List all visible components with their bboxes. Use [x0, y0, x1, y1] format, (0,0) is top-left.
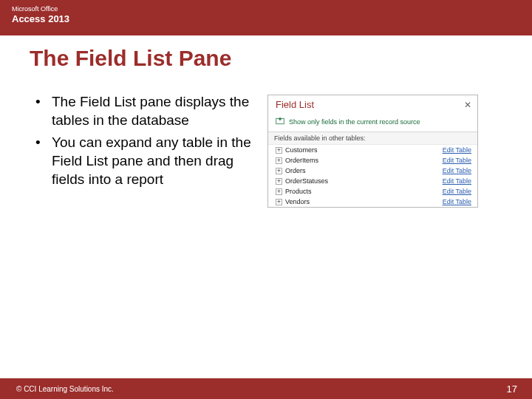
table-row[interactable]: + OrderStatuses Edit Table: [268, 176, 477, 186]
field-list-pane: Field List ✕ Show only fields in the cur…: [267, 95, 478, 208]
expand-icon[interactable]: +: [276, 178, 282, 185]
add-field-icon: [276, 117, 284, 127]
table-name: Vendors: [285, 198, 310, 205]
page-number: 17: [507, 383, 517, 395]
expand-icon[interactable]: +: [276, 157, 282, 164]
table-row[interactable]: + Vendors Edit Table: [268, 197, 477, 207]
table-row[interactable]: + OrderItems Edit Table: [268, 155, 477, 166]
table-row[interactable]: + Products Edit Table: [268, 186, 477, 197]
field-list-title: Field List: [276, 99, 314, 110]
edit-table-link[interactable]: Edit Table: [443, 188, 471, 195]
edit-table-link[interactable]: Edit Table: [443, 146, 471, 154]
bullet-item: You can expand any table in the Field Li…: [30, 134, 259, 188]
edit-table-link[interactable]: Edit Table: [443, 167, 471, 174]
expand-icon[interactable]: +: [276, 199, 282, 205]
content-row: The Field List pane displays the tables …: [0, 71, 532, 208]
footer-bar: © CCI Learning Solutions Inc. 17: [0, 378, 532, 399]
close-icon[interactable]: ✕: [464, 100, 471, 110]
table-name: Customers: [285, 146, 318, 154]
table-name: OrderStatuses: [285, 177, 328, 185]
bullet-item: The Field List pane displays the tables …: [30, 93, 259, 129]
slide-title: The Field List Pane: [0, 35, 532, 71]
show-only-fields-link[interactable]: Show only fields in the current record s…: [268, 115, 477, 132]
header-product: Access 2013: [12, 13, 520, 24]
field-list-section-label: Fields available in other tables:: [268, 132, 477, 145]
edit-table-link[interactable]: Edit Table: [443, 177, 471, 185]
slide: Microsoft Office Access 2013 The Field L…: [0, 0, 532, 399]
table-row[interactable]: + Customers Edit Table: [268, 145, 477, 155]
table-name: Products: [285, 188, 312, 195]
table-name: Orders: [285, 167, 306, 174]
edit-table-link[interactable]: Edit Table: [443, 157, 471, 164]
header-bar: Microsoft Office Access 2013: [0, 0, 532, 35]
edit-table-link[interactable]: Edit Table: [443, 198, 471, 205]
table-name: OrderItems: [285, 157, 318, 164]
bullet-list: The Field List pane displays the tables …: [30, 93, 259, 208]
expand-icon[interactable]: +: [276, 168, 282, 174]
table-row[interactable]: + Orders Edit Table: [268, 166, 477, 176]
expand-icon[interactable]: +: [276, 147, 282, 154]
header-suite: Microsoft Office: [12, 5, 520, 13]
expand-icon[interactable]: +: [276, 188, 282, 195]
copyright-text: © CCI Learning Solutions Inc.: [16, 385, 114, 393]
show-only-fields-label: Show only fields in the current record s…: [289, 118, 420, 126]
field-list-header: Field List ✕: [268, 95, 477, 115]
